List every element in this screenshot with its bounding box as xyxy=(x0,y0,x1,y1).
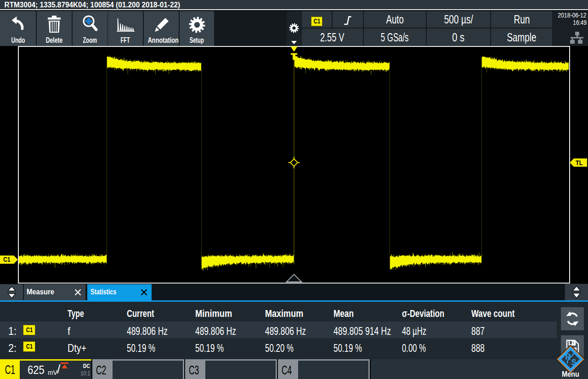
svg-text:S: S xyxy=(571,358,577,367)
svg-text:C1: C1 xyxy=(3,256,11,263)
svg-text:TL: TL xyxy=(576,159,583,167)
